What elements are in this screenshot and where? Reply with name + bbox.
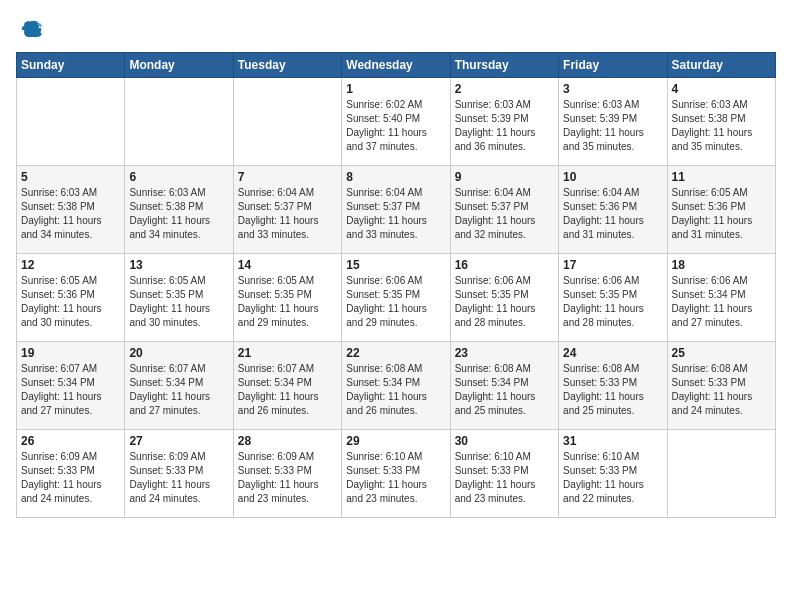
calendar-table: SundayMondayTuesdayWednesdayThursdayFrid…: [16, 52, 776, 518]
day-info: Sunrise: 6:06 AMSunset: 5:34 PMDaylight:…: [672, 274, 771, 330]
day-info: Sunrise: 6:10 AMSunset: 5:33 PMDaylight:…: [455, 450, 554, 506]
day-info: Sunrise: 6:05 AMSunset: 5:35 PMDaylight:…: [129, 274, 228, 330]
calendar-week-row: 19Sunrise: 6:07 AMSunset: 5:34 PMDayligh…: [17, 342, 776, 430]
calendar-cell: 24Sunrise: 6:08 AMSunset: 5:33 PMDayligh…: [559, 342, 667, 430]
day-info: Sunrise: 6:06 AMSunset: 5:35 PMDaylight:…: [455, 274, 554, 330]
day-number: 5: [21, 170, 120, 184]
weekday-header: Sunday: [17, 53, 125, 78]
calendar-cell: 14Sunrise: 6:05 AMSunset: 5:35 PMDayligh…: [233, 254, 341, 342]
calendar-cell: 10Sunrise: 6:04 AMSunset: 5:36 PMDayligh…: [559, 166, 667, 254]
calendar-cell: 2Sunrise: 6:03 AMSunset: 5:39 PMDaylight…: [450, 78, 558, 166]
weekday-header: Wednesday: [342, 53, 450, 78]
calendar-cell: 26Sunrise: 6:09 AMSunset: 5:33 PMDayligh…: [17, 430, 125, 518]
day-number: 19: [21, 346, 120, 360]
calendar-cell: 8Sunrise: 6:04 AMSunset: 5:37 PMDaylight…: [342, 166, 450, 254]
calendar-cell: 21Sunrise: 6:07 AMSunset: 5:34 PMDayligh…: [233, 342, 341, 430]
day-number: 11: [672, 170, 771, 184]
weekday-header: Tuesday: [233, 53, 341, 78]
calendar-cell: 11Sunrise: 6:05 AMSunset: 5:36 PMDayligh…: [667, 166, 775, 254]
day-number: 8: [346, 170, 445, 184]
calendar-cell: 17Sunrise: 6:06 AMSunset: 5:35 PMDayligh…: [559, 254, 667, 342]
day-number: 16: [455, 258, 554, 272]
calendar-cell: 20Sunrise: 6:07 AMSunset: 5:34 PMDayligh…: [125, 342, 233, 430]
logo: [16, 16, 48, 44]
day-number: 20: [129, 346, 228, 360]
day-number: 7: [238, 170, 337, 184]
weekday-header: Thursday: [450, 53, 558, 78]
day-number: 27: [129, 434, 228, 448]
day-number: 2: [455, 82, 554, 96]
day-info: Sunrise: 6:07 AMSunset: 5:34 PMDaylight:…: [129, 362, 228, 418]
day-number: 26: [21, 434, 120, 448]
calendar-cell: 15Sunrise: 6:06 AMSunset: 5:35 PMDayligh…: [342, 254, 450, 342]
day-info: Sunrise: 6:08 AMSunset: 5:34 PMDaylight:…: [455, 362, 554, 418]
day-info: Sunrise: 6:03 AMSunset: 5:39 PMDaylight:…: [455, 98, 554, 154]
calendar-week-row: 1Sunrise: 6:02 AMSunset: 5:40 PMDaylight…: [17, 78, 776, 166]
calendar-cell: 6Sunrise: 6:03 AMSunset: 5:38 PMDaylight…: [125, 166, 233, 254]
day-info: Sunrise: 6:04 AMSunset: 5:37 PMDaylight:…: [238, 186, 337, 242]
calendar-header-row: SundayMondayTuesdayWednesdayThursdayFrid…: [17, 53, 776, 78]
calendar-cell: 22Sunrise: 6:08 AMSunset: 5:34 PMDayligh…: [342, 342, 450, 430]
day-info: Sunrise: 6:09 AMSunset: 5:33 PMDaylight:…: [238, 450, 337, 506]
day-info: Sunrise: 6:05 AMSunset: 5:36 PMDaylight:…: [21, 274, 120, 330]
calendar-cell: 18Sunrise: 6:06 AMSunset: 5:34 PMDayligh…: [667, 254, 775, 342]
calendar-cell: [125, 78, 233, 166]
calendar-cell: 9Sunrise: 6:04 AMSunset: 5:37 PMDaylight…: [450, 166, 558, 254]
logo-bird-icon: [16, 16, 44, 44]
day-number: 25: [672, 346, 771, 360]
calendar-cell: 12Sunrise: 6:05 AMSunset: 5:36 PMDayligh…: [17, 254, 125, 342]
calendar-cell: 1Sunrise: 6:02 AMSunset: 5:40 PMDaylight…: [342, 78, 450, 166]
day-info: Sunrise: 6:10 AMSunset: 5:33 PMDaylight:…: [563, 450, 662, 506]
calendar-week-row: 12Sunrise: 6:05 AMSunset: 5:36 PMDayligh…: [17, 254, 776, 342]
calendar-cell: 28Sunrise: 6:09 AMSunset: 5:33 PMDayligh…: [233, 430, 341, 518]
day-info: Sunrise: 6:03 AMSunset: 5:38 PMDaylight:…: [129, 186, 228, 242]
calendar-cell: 31Sunrise: 6:10 AMSunset: 5:33 PMDayligh…: [559, 430, 667, 518]
day-info: Sunrise: 6:09 AMSunset: 5:33 PMDaylight:…: [129, 450, 228, 506]
day-info: Sunrise: 6:06 AMSunset: 5:35 PMDaylight:…: [563, 274, 662, 330]
day-info: Sunrise: 6:05 AMSunset: 5:36 PMDaylight:…: [672, 186, 771, 242]
day-number: 4: [672, 82, 771, 96]
calendar-week-row: 5Sunrise: 6:03 AMSunset: 5:38 PMDaylight…: [17, 166, 776, 254]
calendar-cell: [17, 78, 125, 166]
calendar-cell: 25Sunrise: 6:08 AMSunset: 5:33 PMDayligh…: [667, 342, 775, 430]
day-info: Sunrise: 6:08 AMSunset: 5:33 PMDaylight:…: [672, 362, 771, 418]
day-info: Sunrise: 6:04 AMSunset: 5:36 PMDaylight:…: [563, 186, 662, 242]
day-number: 29: [346, 434, 445, 448]
day-info: Sunrise: 6:07 AMSunset: 5:34 PMDaylight:…: [238, 362, 337, 418]
calendar-week-row: 26Sunrise: 6:09 AMSunset: 5:33 PMDayligh…: [17, 430, 776, 518]
day-info: Sunrise: 6:08 AMSunset: 5:34 PMDaylight:…: [346, 362, 445, 418]
calendar-cell: 23Sunrise: 6:08 AMSunset: 5:34 PMDayligh…: [450, 342, 558, 430]
calendar-cell: [667, 430, 775, 518]
day-info: Sunrise: 6:09 AMSunset: 5:33 PMDaylight:…: [21, 450, 120, 506]
weekday-header: Monday: [125, 53, 233, 78]
day-number: 31: [563, 434, 662, 448]
day-info: Sunrise: 6:04 AMSunset: 5:37 PMDaylight:…: [455, 186, 554, 242]
day-number: 21: [238, 346, 337, 360]
day-number: 10: [563, 170, 662, 184]
day-info: Sunrise: 6:05 AMSunset: 5:35 PMDaylight:…: [238, 274, 337, 330]
day-number: 22: [346, 346, 445, 360]
day-number: 1: [346, 82, 445, 96]
day-info: Sunrise: 6:03 AMSunset: 5:39 PMDaylight:…: [563, 98, 662, 154]
day-info: Sunrise: 6:04 AMSunset: 5:37 PMDaylight:…: [346, 186, 445, 242]
day-number: 9: [455, 170, 554, 184]
calendar-cell: 13Sunrise: 6:05 AMSunset: 5:35 PMDayligh…: [125, 254, 233, 342]
day-number: 23: [455, 346, 554, 360]
day-info: Sunrise: 6:03 AMSunset: 5:38 PMDaylight:…: [21, 186, 120, 242]
day-number: 6: [129, 170, 228, 184]
day-info: Sunrise: 6:03 AMSunset: 5:38 PMDaylight:…: [672, 98, 771, 154]
calendar-cell: 19Sunrise: 6:07 AMSunset: 5:34 PMDayligh…: [17, 342, 125, 430]
calendar-cell: 29Sunrise: 6:10 AMSunset: 5:33 PMDayligh…: [342, 430, 450, 518]
calendar-cell: 27Sunrise: 6:09 AMSunset: 5:33 PMDayligh…: [125, 430, 233, 518]
day-info: Sunrise: 6:06 AMSunset: 5:35 PMDaylight:…: [346, 274, 445, 330]
day-info: Sunrise: 6:08 AMSunset: 5:33 PMDaylight:…: [563, 362, 662, 418]
day-info: Sunrise: 6:10 AMSunset: 5:33 PMDaylight:…: [346, 450, 445, 506]
calendar-cell: 7Sunrise: 6:04 AMSunset: 5:37 PMDaylight…: [233, 166, 341, 254]
calendar-cell: 4Sunrise: 6:03 AMSunset: 5:38 PMDaylight…: [667, 78, 775, 166]
calendar-cell: [233, 78, 341, 166]
day-info: Sunrise: 6:02 AMSunset: 5:40 PMDaylight:…: [346, 98, 445, 154]
calendar-cell: 16Sunrise: 6:06 AMSunset: 5:35 PMDayligh…: [450, 254, 558, 342]
day-number: 14: [238, 258, 337, 272]
day-number: 30: [455, 434, 554, 448]
calendar-cell: 5Sunrise: 6:03 AMSunset: 5:38 PMDaylight…: [17, 166, 125, 254]
